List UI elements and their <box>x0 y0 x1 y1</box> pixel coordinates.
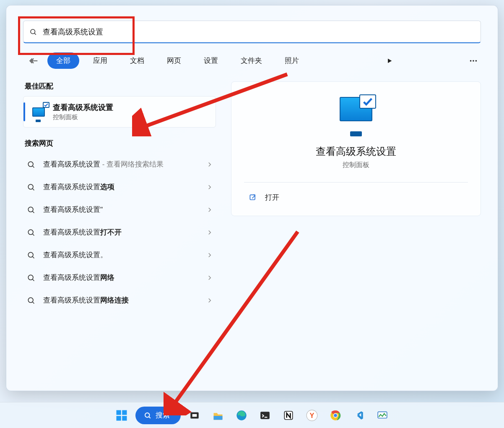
best-match-subtitle: 控制面板 <box>53 113 113 121</box>
open-label: 打开 <box>265 193 279 202</box>
chevron-right-icon <box>206 206 213 214</box>
svg-line-19 <box>33 302 34 304</box>
chrome-icon[interactable] <box>326 406 345 425</box>
preview-title: 查看高级系统设置 <box>244 145 468 158</box>
web-result-item[interactable]: 查看高级系统设置。 <box>23 244 216 266</box>
svg-point-6 <box>28 162 33 167</box>
chevron-right-icon <box>206 229 213 236</box>
search-icon <box>26 274 36 282</box>
web-search-header: 搜索网页 <box>25 138 216 148</box>
web-result-label: 查看高级系统设置选项 <box>43 182 199 192</box>
best-match-header: 最佳匹配 <box>25 81 216 91</box>
svg-point-10 <box>28 207 33 212</box>
chevron-right-icon <box>206 161 213 168</box>
svg-line-17 <box>33 279 34 281</box>
taskbar: 搜索 Y <box>0 402 504 428</box>
svg-point-16 <box>28 275 33 280</box>
svg-point-37 <box>334 414 337 417</box>
preview-card: 查看高级系统设置 控制面板 打开 <box>231 81 481 216</box>
web-result-item[interactable]: 查看高级系统设置" <box>23 198 216 221</box>
search-window: 全部 应用 文档 网页 设置 文件夹 照片 最佳匹配 <box>6 5 498 391</box>
search-icon <box>26 183 36 191</box>
svg-rect-23 <box>117 416 121 420</box>
svg-line-15 <box>33 257 34 258</box>
svg-rect-29 <box>214 416 223 420</box>
best-match-item[interactable]: 查看高级系统设置 控制面板 <box>23 96 216 128</box>
svg-text:Y: Y <box>310 411 314 419</box>
web-result-label: 查看高级系统设置" <box>43 205 199 215</box>
system-settings-large-icon <box>336 97 376 137</box>
chevron-right-icon <box>206 274 213 282</box>
web-result-item[interactable]: 查看高级系统设置 - 查看网络搜索结果 <box>23 153 216 176</box>
monitor-app-icon[interactable] <box>373 406 392 425</box>
filter-docs[interactable]: 文档 <box>121 52 153 69</box>
filter-all[interactable]: 全部 <box>47 52 79 69</box>
search-icon <box>26 251 36 259</box>
system-settings-icon <box>30 104 47 120</box>
start-button[interactable] <box>112 406 131 425</box>
svg-point-25 <box>145 413 150 418</box>
web-results-list: 查看高级系统设置 - 查看网络搜索结果 查看高级系统设置选项 查看高级系统设置"… <box>23 153 216 312</box>
web-result-item[interactable]: 查看高级系统设置打不开 <box>23 221 216 244</box>
svg-rect-22 <box>122 410 127 415</box>
filter-row: 全部 应用 文档 网页 设置 文件夹 照片 <box>23 52 481 69</box>
svg-point-18 <box>28 298 33 303</box>
search-input[interactable] <box>43 27 475 36</box>
filter-apps[interactable]: 应用 <box>84 52 116 69</box>
preview-play-icon[interactable] <box>382 53 397 68</box>
open-icon <box>248 193 257 202</box>
search-icon <box>26 296 36 305</box>
web-result-label: 查看高级系统设置打不开 <box>43 227 199 237</box>
terminal-icon[interactable] <box>255 406 275 425</box>
svg-rect-28 <box>192 413 197 417</box>
filter-photos[interactable]: 照片 <box>276 52 308 69</box>
file-explorer-icon[interactable] <box>208 406 228 425</box>
svg-point-14 <box>28 252 33 257</box>
yandex-icon[interactable]: Y <box>302 406 322 425</box>
web-result-label: 查看高级系统设置网络连接 <box>43 295 199 305</box>
svg-rect-31 <box>260 412 270 419</box>
back-arrow-icon[interactable] <box>26 53 42 69</box>
svg-point-8 <box>28 184 33 189</box>
svg-line-1 <box>34 33 36 34</box>
best-match-title: 查看高级系统设置 <box>53 102 113 112</box>
taskbar-search-label: 搜索 <box>156 410 170 420</box>
svg-rect-20 <box>250 195 255 200</box>
search-box[interactable] <box>23 21 481 43</box>
filter-web[interactable]: 网页 <box>158 52 190 69</box>
vscode-icon[interactable] <box>349 406 369 425</box>
preview-subtitle: 控制面板 <box>244 161 468 170</box>
svg-point-0 <box>31 29 35 34</box>
task-view-icon[interactable] <box>185 406 204 425</box>
more-icon[interactable] <box>466 53 481 68</box>
search-icon <box>26 206 36 214</box>
chevron-right-icon <box>206 251 213 259</box>
web-result-label: 查看高级系统设置。 <box>43 250 199 260</box>
preview-column: 查看高级系统设置 控制面板 打开 <box>231 81 481 312</box>
notion-icon[interactable] <box>279 406 298 425</box>
results-column: 最佳匹配 查看高级系统设置 控制面板 搜索网页 查看高级系统设置 - 查看 <box>23 81 216 312</box>
chevron-right-icon <box>206 297 213 304</box>
open-action[interactable]: 打开 <box>244 188 468 207</box>
svg-line-7 <box>33 166 34 168</box>
svg-point-5 <box>475 60 477 62</box>
svg-line-9 <box>33 189 34 191</box>
svg-rect-21 <box>117 410 121 415</box>
svg-rect-24 <box>122 416 127 420</box>
web-result-item[interactable]: 查看高级系统设置选项 <box>23 176 216 198</box>
search-icon <box>144 412 151 419</box>
svg-point-3 <box>470 60 472 62</box>
edge-icon[interactable] <box>232 406 251 425</box>
svg-point-12 <box>28 230 33 235</box>
search-icon <box>26 228 36 237</box>
web-result-item[interactable]: 查看高级系统设置网络连接 <box>23 289 216 312</box>
svg-line-11 <box>33 211 34 213</box>
svg-point-4 <box>473 60 474 62</box>
filter-settings[interactable]: 设置 <box>195 52 227 69</box>
search-icon <box>26 160 36 169</box>
filter-folders[interactable]: 文件夹 <box>232 52 271 69</box>
svg-line-13 <box>33 234 34 236</box>
web-result-item[interactable]: 查看高级系统设置网络 <box>23 266 216 289</box>
web-result-label: 查看高级系统设置网络 <box>43 273 199 283</box>
taskbar-search-button[interactable]: 搜索 <box>135 407 181 424</box>
